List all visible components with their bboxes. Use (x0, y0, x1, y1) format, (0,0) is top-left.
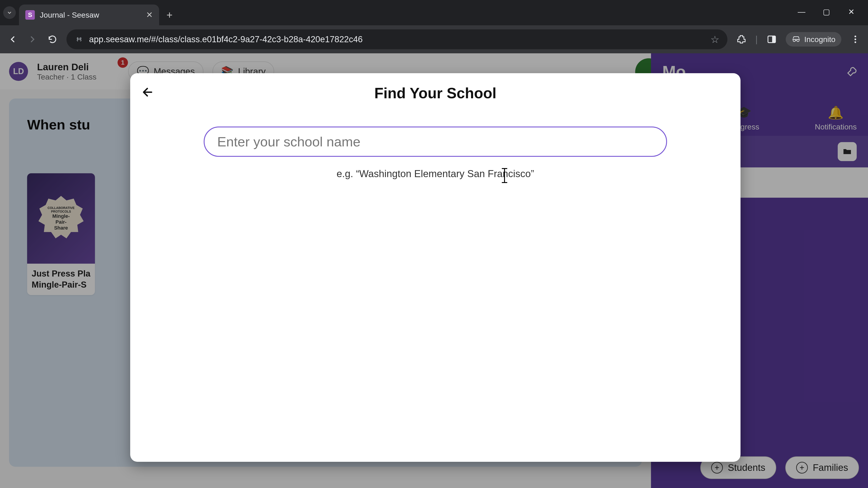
modal-title: Find Your School (374, 85, 496, 102)
minimize-button[interactable]: — (797, 7, 806, 16)
kebab-icon (850, 34, 860, 44)
tab-title: Journal - Seesaw (40, 11, 99, 20)
text-cursor-icon (504, 168, 505, 183)
new-tab-button[interactable]: + (161, 7, 178, 23)
bookmark-button[interactable]: ☆ (710, 34, 719, 45)
arrow-left-icon (8, 34, 18, 44)
toolbar-divider: | (755, 34, 758, 44)
close-window-button[interactable]: ✕ (847, 7, 856, 16)
side-panel-icon (767, 34, 777, 44)
school-name-input[interactable] (204, 127, 667, 157)
browser-tab[interactable]: S Journal - Seesaw ✕ (19, 4, 159, 25)
side-panel-button[interactable] (766, 33, 778, 45)
incognito-label: Incognito (804, 35, 835, 44)
modal-back-button[interactable] (142, 86, 154, 98)
find-school-modal: Find Your School e.g. “Washington Elemen… (130, 73, 741, 462)
url-text: app.seesaw.me/#/class/class.e01bf4c2-9a2… (89, 35, 363, 44)
tab-search-dropdown[interactable] (3, 6, 16, 19)
tab-close-button[interactable]: ✕ (146, 10, 153, 20)
extensions-icon (737, 34, 746, 44)
site-settings-icon[interactable] (74, 35, 84, 44)
extensions-button[interactable] (736, 33, 747, 45)
window-controls: — ▢ ✕ (797, 7, 868, 25)
svg-point-2 (855, 36, 856, 37)
address-bar[interactable]: app.seesaw.me/#/class/class.e01bf4c2-9a2… (66, 29, 727, 49)
seesaw-favicon-icon: S (25, 10, 35, 20)
svg-point-3 (855, 38, 856, 40)
arrow-left-icon (142, 86, 154, 98)
incognito-indicator[interactable]: Incognito (786, 32, 841, 46)
incognito-icon (792, 35, 801, 44)
svg-point-4 (855, 41, 856, 43)
browser-titlebar: S Journal - Seesaw ✕ + — ▢ ✕ (0, 0, 868, 25)
browser-menu-button[interactable] (849, 33, 861, 45)
reload-icon (48, 34, 57, 44)
back-button[interactable] (7, 33, 19, 45)
maximize-button[interactable]: ▢ (822, 7, 831, 16)
arrow-right-icon (28, 34, 37, 44)
reload-button[interactable] (46, 33, 58, 45)
browser-toolbar: app.seesaw.me/#/class/class.e01bf4c2-9a2… (0, 25, 868, 53)
chevron-down-icon (6, 9, 13, 16)
app-viewport: LD Lauren Deli Teacher · 1 Class 1 💬 Mes… (0, 53, 868, 488)
forward-button (27, 33, 38, 45)
svg-rect-1 (772, 36, 776, 42)
